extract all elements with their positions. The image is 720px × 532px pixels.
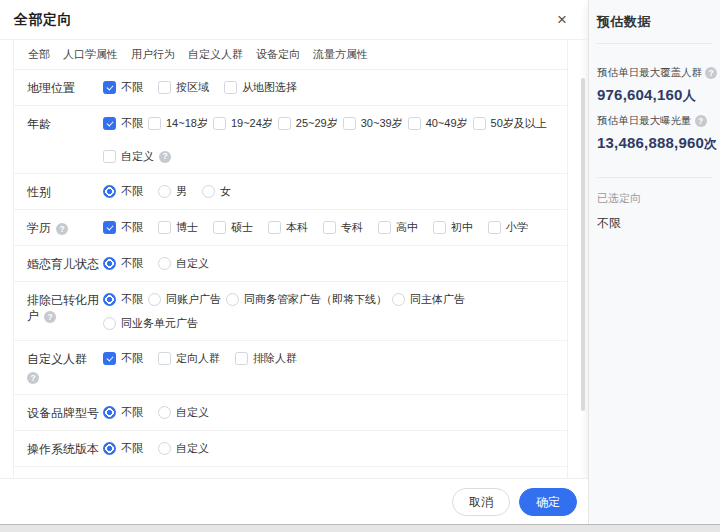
- checkbox-option[interactable]: 14~18岁: [148, 116, 208, 131]
- tab-全部[interactable]: 全部: [28, 47, 50, 62]
- checkbox[interactable]: [103, 221, 116, 234]
- selected-targeting-value: 不限: [597, 215, 712, 232]
- checkbox-option[interactable]: Wi-Fi: [158, 477, 202, 478]
- radio-option[interactable]: 不限: [103, 256, 143, 271]
- cancel-button[interactable]: 取消: [452, 488, 510, 516]
- checkbox[interactable]: [323, 221, 336, 234]
- checkbox[interactable]: [148, 117, 161, 130]
- selected-targeting-label: 已选定向: [597, 191, 712, 206]
- radio-button[interactable]: [392, 293, 405, 306]
- checkbox-option[interactable]: 50岁及以上: [473, 116, 547, 131]
- radio-button[interactable]: [148, 293, 161, 306]
- radio-button[interactable]: [103, 317, 116, 330]
- checkbox-option[interactable]: 2G: [360, 477, 393, 478]
- checkbox-option[interactable]: 本科: [268, 220, 308, 235]
- checkbox-option[interactable]: 不限: [103, 80, 143, 95]
- checkbox[interactable]: [473, 117, 486, 130]
- checkbox[interactable]: [408, 117, 421, 130]
- checkbox[interactable]: [433, 221, 446, 234]
- checkbox[interactable]: [103, 352, 116, 365]
- radio-option[interactable]: 同账户广告: [148, 292, 221, 307]
- checkbox-option[interactable]: 不限: [103, 220, 143, 235]
- checkbox[interactable]: [378, 221, 391, 234]
- checkbox[interactable]: [235, 352, 248, 365]
- checkbox-option[interactable]: 从地图选择: [224, 80, 297, 95]
- checkbox-option[interactable]: 小学: [488, 220, 528, 235]
- radio-option[interactable]: 男: [158, 184, 187, 199]
- radio-button[interactable]: [103, 185, 116, 198]
- tab-设备定向[interactable]: 设备定向: [256, 47, 300, 62]
- radio-button[interactable]: [158, 257, 171, 270]
- checkbox-option[interactable]: 4G: [264, 477, 297, 478]
- checkbox[interactable]: [103, 117, 116, 130]
- checkbox[interactable]: [278, 117, 291, 130]
- radio-option[interactable]: 不限: [103, 184, 143, 199]
- checkbox[interactable]: [213, 221, 226, 234]
- checkbox-option[interactable]: 19~24岁: [213, 116, 273, 131]
- checkbox-option[interactable]: 40~49岁: [408, 116, 468, 131]
- close-icon[interactable]: ×: [557, 11, 567, 28]
- radio-option[interactable]: 不限: [103, 405, 143, 420]
- checkbox-option[interactable]: 30~39岁: [343, 116, 403, 131]
- tab-自定义人群[interactable]: 自定义人群: [188, 47, 243, 62]
- radio-option[interactable]: 自定义: [158, 256, 209, 271]
- option-label: 不限: [121, 477, 143, 478]
- option-label: 排除人群: [253, 351, 297, 366]
- radio-option[interactable]: 同商务管家广告（即将下线）: [226, 292, 387, 307]
- radio-option[interactable]: 同业务单元广告: [103, 316, 198, 331]
- checkbox[interactable]: [158, 221, 171, 234]
- targeting-row: 排除已转化用户?不限同账户广告同商务管家广告（即将下线）同主体广告同业务单元广告: [14, 282, 567, 341]
- checkbox[interactable]: [158, 352, 171, 365]
- checkbox-option[interactable]: 自定义?: [103, 149, 171, 164]
- radio-button[interactable]: [103, 257, 116, 270]
- radio-option[interactable]: 自定义: [158, 441, 209, 456]
- checkbox-option[interactable]: 3G: [312, 477, 345, 478]
- radio-button[interactable]: [202, 185, 215, 198]
- checkbox-option[interactable]: 硕士: [213, 220, 253, 235]
- checkbox-option[interactable]: 初中: [433, 220, 473, 235]
- tab-用户行为[interactable]: 用户行为: [131, 47, 175, 62]
- checkbox-option[interactable]: 博士: [158, 220, 198, 235]
- radio-button[interactable]: [158, 185, 171, 198]
- checkbox-option[interactable]: 排除人群: [235, 351, 297, 366]
- radio-button[interactable]: [103, 293, 116, 306]
- tab-人口学属性[interactable]: 人口学属性: [63, 47, 118, 62]
- checkbox-option[interactable]: 25~29岁: [278, 116, 338, 131]
- checkbox-option[interactable]: 定向人群: [158, 351, 220, 366]
- checkbox[interactable]: [268, 221, 281, 234]
- option-label: 同主体广告: [410, 292, 465, 307]
- checkbox-option[interactable]: 按区域: [158, 80, 209, 95]
- checkbox-option[interactable]: 不限: [103, 116, 143, 131]
- checkbox[interactable]: [103, 150, 116, 163]
- radio-option[interactable]: 女: [202, 184, 231, 199]
- tab-流量方属性[interactable]: 流量方属性: [313, 47, 368, 62]
- radio-button[interactable]: [158, 442, 171, 455]
- checkbox[interactable]: [224, 81, 237, 94]
- checkbox[interactable]: [213, 117, 226, 130]
- radio-option[interactable]: 不限: [103, 292, 143, 307]
- checkbox-option[interactable]: 不限: [103, 351, 143, 366]
- checkbox-option[interactable]: 5G: [217, 477, 250, 478]
- vertical-scrollbar[interactable]: [581, 78, 585, 411]
- row-options: 不限Wi-Fi5G4G3G2G: [103, 477, 563, 478]
- row-label-text: 性别: [27, 185, 51, 199]
- checkbox-option[interactable]: 专科: [323, 220, 363, 235]
- radio-option[interactable]: 自定义: [158, 405, 209, 420]
- checkbox-option[interactable]: 高中: [378, 220, 418, 235]
- confirm-button[interactable]: 确定: [519, 488, 577, 516]
- checkbox[interactable]: [158, 81, 171, 94]
- panel-divider: [597, 177, 712, 178]
- modal-title: 全部定向: [14, 11, 72, 29]
- radio-button[interactable]: [226, 293, 239, 306]
- option-label: 定向人群: [176, 351, 220, 366]
- radio-button[interactable]: [158, 406, 171, 419]
- radio-button[interactable]: [103, 406, 116, 419]
- checkbox[interactable]: [103, 81, 116, 94]
- radio-option[interactable]: 不限: [103, 441, 143, 456]
- targeting-scroll-area[interactable]: 全部人口学属性用户行为自定义人群设备定向流量方属性 地理位置不限按区域从地图选择…: [0, 39, 588, 478]
- radio-button[interactable]: [103, 442, 116, 455]
- radio-option[interactable]: 同主体广告: [392, 292, 465, 307]
- checkbox[interactable]: [488, 221, 501, 234]
- checkbox[interactable]: [343, 117, 356, 130]
- checkbox-option[interactable]: 不限: [103, 477, 143, 478]
